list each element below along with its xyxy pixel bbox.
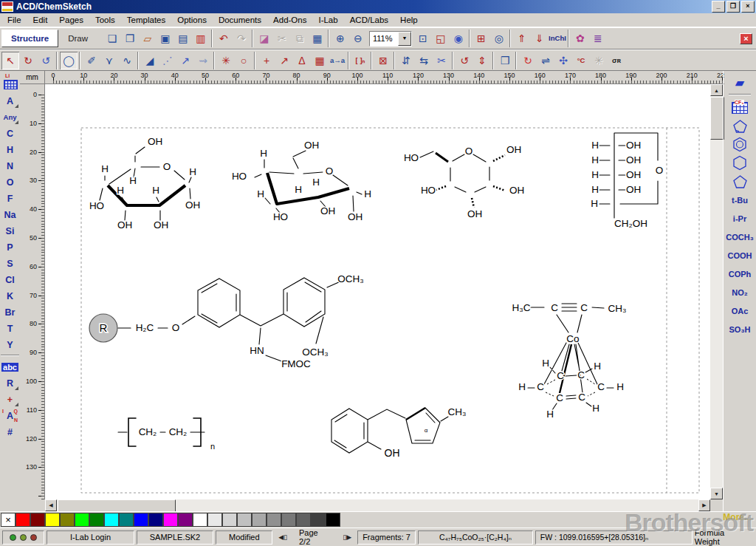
- vertical-scrollbar[interactable]: ▲ ▼: [710, 84, 723, 499]
- atom-h-button[interactable]: H: [1, 142, 19, 157]
- zoom-in-button[interactable]: ⊕: [331, 30, 349, 47]
- menu-file[interactable]: File: [1, 14, 27, 26]
- zoom-out-button[interactable]: ⊖: [349, 30, 367, 47]
- 3d-rotate-tool-button[interactable]: ↺: [37, 52, 55, 69]
- palette-color-swatch[interactable]: [296, 513, 311, 527]
- atom-si-button[interactable]: Si: [1, 223, 19, 239]
- atom-y-button[interactable]: Y: [1, 337, 19, 352]
- tab-structure[interactable]: Structure: [1, 30, 58, 47]
- dictionary-button[interactable]: ≣: [589, 30, 607, 47]
- 3d-optimization-button[interactable]: ✣: [554, 52, 572, 69]
- copy-to-table-button[interactable]: ⊞: [472, 30, 490, 47]
- generate-text-file-button[interactable]: ⇓: [531, 30, 549, 47]
- atom-atom-mapping-button[interactable]: a→a: [329, 52, 346, 69]
- menu-i-lab[interactable]: I-Lab: [312, 14, 343, 26]
- sigma-r-button[interactable]: σʀ: [608, 52, 625, 69]
- new-document-button[interactable]: ❏: [103, 30, 121, 47]
- atom-properties-button[interactable]: I A Q N: [1, 408, 19, 423]
- delete-button[interactable]: ◪: [255, 30, 273, 47]
- menu-help[interactable]: Help: [394, 14, 424, 26]
- palette-color-swatch[interactable]: [163, 513, 178, 527]
- palette-color-swatch[interactable]: [89, 513, 104, 527]
- drawing-canvas[interactable]: OHOHHHHHHOOHOHOH OHHHOOHHHHHOOHOH HOOOHH…: [45, 84, 710, 499]
- ring-cyclopentane-button[interactable]: [726, 173, 753, 190]
- lasso-select-button[interactable]: ◯: [60, 52, 78, 69]
- no-color-swatch[interactable]: ×: [1, 513, 16, 527]
- palette-color-swatch[interactable]: [252, 513, 267, 527]
- charge-tool-button[interactable]: +: [1, 392, 19, 407]
- palette-color-swatch[interactable]: [148, 513, 163, 527]
- hashed-bond-button[interactable]: ⋰: [159, 52, 176, 69]
- palette-color-swatch[interactable]: [326, 513, 340, 527]
- 3d-structure-button[interactable]: ⊡: [414, 30, 432, 47]
- next-page-button[interactable]: ▯▶: [339, 530, 355, 544]
- fragment-coch3-button[interactable]: COCH₃: [726, 228, 753, 245]
- explode-button[interactable]: ✳: [590, 52, 608, 69]
- undo-button[interactable]: ↶: [215, 30, 233, 47]
- palette-color-swatch[interactable]: [237, 513, 252, 527]
- clean-structure-button[interactable]: ↻: [519, 52, 537, 69]
- palette-color-swatch[interactable]: [134, 513, 148, 527]
- palette-color-swatch[interactable]: [267, 513, 281, 527]
- zoom-level-combobox[interactable]: 111% ▼: [369, 31, 412, 47]
- close-button[interactable]: ×: [741, 1, 755, 13]
- atom-br-button[interactable]: Br: [1, 304, 19, 320]
- fragment-oac-button[interactable]: OAc: [726, 302, 753, 319]
- palette-color-swatch[interactable]: [75, 513, 89, 527]
- fragment-cooh-button[interactable]: COOH: [726, 247, 753, 264]
- draw-continuous-button[interactable]: ⋎: [100, 52, 118, 69]
- check-temperature-button[interactable]: °C: [572, 52, 590, 69]
- rotate-3d-button[interactable]: ⇕: [473, 52, 491, 69]
- paste-button[interactable]: ▦: [309, 30, 326, 47]
- menu-add-ons[interactable]: Add-Ons: [267, 14, 312, 26]
- atom-c-button[interactable]: C: [1, 126, 19, 141]
- new-window-button[interactable]: ❐: [121, 30, 139, 47]
- radical-label-button[interactable]: R: [1, 375, 19, 391]
- periodic-table-button[interactable]: Li: [1, 73, 19, 91]
- curved-arrow-button[interactable]: ⇝: [194, 52, 212, 69]
- remove-reaction-button[interactable]: ⊠: [374, 52, 392, 69]
- palette-color-swatch[interactable]: [178, 513, 193, 527]
- menu-options[interactable]: Options: [171, 14, 213, 26]
- scroll-left-button[interactable]: ◀: [45, 499, 57, 511]
- palette-color-swatch[interactable]: [104, 513, 119, 527]
- maximize-button[interactable]: ❐: [726, 1, 740, 13]
- fragment-so3h-button[interactable]: SO₃H: [726, 321, 753, 338]
- fragment-t-bu-button[interactable]: t-Bu: [726, 191, 753, 208]
- atom-o-button[interactable]: O: [1, 174, 19, 190]
- palette-color-swatch[interactable]: [311, 513, 326, 527]
- 3d-group-button[interactable]: ❒: [496, 52, 514, 69]
- scroll-right-button[interactable]: ▶: [698, 499, 710, 511]
- text-tool-button[interactable]: abc: [1, 359, 19, 375]
- ring-template-button[interactable]: ○: [235, 52, 252, 69]
- palette-color-swatch[interactable]: [222, 513, 237, 527]
- ring-cyclopentadiene-button[interactable]: [726, 117, 753, 134]
- close-toolbar-button[interactable]: ×: [740, 33, 752, 44]
- chevron-down-icon[interactable]: ▼: [398, 32, 411, 46]
- 3d-balls-button[interactable]: ◉: [450, 30, 467, 47]
- reaction-table-button[interactable]: ▦: [311, 52, 329, 69]
- rotate-left-button[interactable]: ↺: [456, 52, 473, 69]
- scroll-down-button[interactable]: ▼: [710, 488, 723, 499]
- fragment-i-pr-button[interactable]: i-Pr: [726, 210, 753, 227]
- redo-button[interactable]: ↷: [233, 30, 250, 47]
- generate-name-button[interactable]: ⇑: [513, 30, 531, 47]
- menu-acd-labs[interactable]: ACD/Labs: [344, 14, 394, 26]
- ring-cyclohexane-button[interactable]: [726, 154, 753, 171]
- palette-color-swatch[interactable]: [16, 513, 30, 527]
- template-window-button[interactable]: ✳: [217, 52, 235, 69]
- cut-button[interactable]: ✂: [273, 30, 291, 47]
- palette-color-swatch[interactable]: [281, 513, 296, 527]
- numbering-tool-button[interactable]: #: [1, 424, 19, 440]
- template-organizer-button[interactable]: ▰: [726, 74, 753, 91]
- reaction-conditions-button[interactable]: Δ: [293, 52, 311, 69]
- draw-normal-button[interactable]: ✐: [83, 52, 100, 69]
- palette-color-swatch[interactable]: [45, 513, 60, 527]
- fragment-no2-button[interactable]: NO₂: [726, 284, 753, 301]
- rotate-tool-button[interactable]: ↻: [19, 52, 37, 69]
- atom-f-button[interactable]: F: [1, 191, 19, 206]
- table-of-radicals-button[interactable]: CF₃: [726, 99, 753, 116]
- atom-any-button[interactable]: Any: [1, 109, 19, 125]
- fragment-coph-button[interactable]: COPh: [726, 265, 753, 282]
- open-document-button[interactable]: ▱: [139, 30, 157, 47]
